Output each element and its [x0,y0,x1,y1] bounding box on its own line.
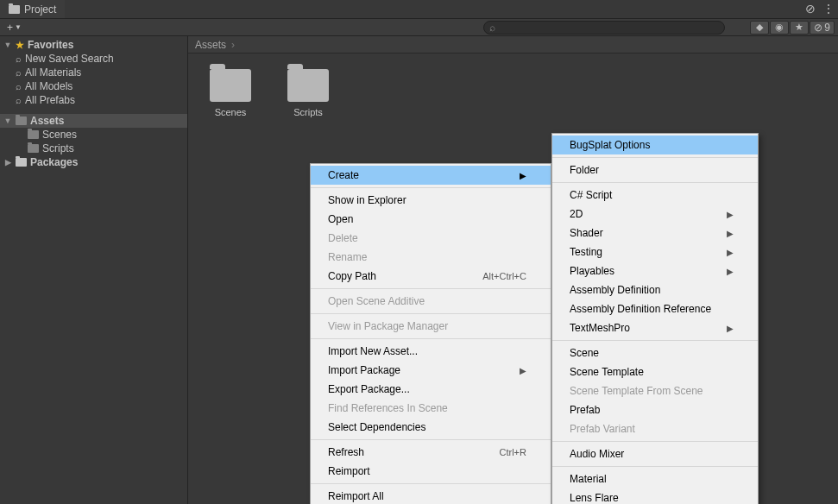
folder-icon [16,117,27,125]
menu-audio-mixer[interactable]: Audio Mixer [552,444,758,463]
menu-open[interactable]: Open [311,210,551,229]
menu-label: Scene Template From Scene [570,385,703,397]
menu-bugsplat-options[interactable]: BugSplat Options [552,135,758,154]
menu-label: Open [328,213,353,225]
menu-csharp-script[interactable]: C# Script [552,186,758,205]
menu-shortcut: Ctrl+R [500,447,526,457]
packages-header[interactable]: Packages [0,155,187,169]
search-icon: ⌕ [16,67,22,78]
favorites-header[interactable]: ★ Favorites [0,38,187,52]
menu-show-in-explorer[interactable]: Show in Explorer [311,191,551,210]
search-input[interactable] [483,21,725,35]
hidden-items-toggle[interactable]: ⊘ 9 [810,21,835,35]
folder-icon [287,69,329,102]
menu-label: BugSplat Options [570,139,650,151]
menu-testing[interactable]: Testing ▶ [552,243,758,261]
favorite-item[interactable]: ⌕ All Materials [0,66,187,79]
dropdown-icon: ▼ [15,23,22,31]
menu-find-references: Find References In Scene [311,399,551,418]
menu-2d[interactable]: 2D ▶ [552,205,758,224]
folder-icon [9,5,20,14]
menu-lens-flare[interactable]: Lens Flare [552,488,758,504]
menu-reimport[interactable]: Reimport [311,462,551,481]
menu-refresh[interactable]: Refresh Ctrl+R [311,443,551,462]
assets-header[interactable]: Assets [0,114,187,128]
sidebar: ★ Favorites ⌕ New Saved Search ⌕ All Mat… [0,36,188,504]
disclosure-icon[interactable] [3,117,12,125]
filter-by-type-button[interactable]: ◆ [750,21,769,35]
favorite-item[interactable]: ⌕ New Saved Search [0,52,187,66]
menu-delete: Delete [311,229,551,248]
packages-label: Packages [30,156,78,168]
menu-label: Open Scene Additive [328,295,425,307]
menu-shortcut: Alt+Ctrl+C [482,271,526,281]
lock-icon[interactable]: ⊘ [805,2,816,16]
breadcrumb-root[interactable]: Assets [195,39,226,51]
grid-label: Scripts [293,107,323,117]
chevron-right-icon: ▶ [727,248,734,257]
chevron-right-icon: › [231,39,235,51]
menu-label: Lens Flare [570,492,619,504]
favorite-item[interactable]: ⌕ All Prefabs [0,93,187,107]
menu-import-package[interactable]: Import Package ▶ [311,361,551,380]
menu-label: Audio Mixer [570,448,624,460]
grid-item-scenes[interactable]: Scenes [205,69,255,117]
favorite-label: All Models [25,80,72,92]
menu-scene-template[interactable]: Scene Template [552,362,758,381]
menu-copy-path[interactable]: Copy Path Alt+Ctrl+C [311,267,551,286]
project-tab[interactable]: Project [0,0,65,18]
menu-separator [311,439,551,440]
menu-shader[interactable]: Shader ▶ [552,224,758,243]
menu-label: Create [328,169,359,181]
folder-icon [16,158,27,167]
menu-icon[interactable]: ⋮ [822,2,835,16]
menu-export-package[interactable]: Export Package... [311,380,551,399]
folder-item-scenes[interactable]: Scenes [0,128,187,142]
toolbar: + ▼ ◆ ◉ ★ ⊘ 9 [0,19,838,36]
favorite-item[interactable]: ⌕ All Models [0,79,187,93]
menu-textmeshpro[interactable]: TextMeshPro ▶ [552,318,758,337]
menu-separator [552,441,758,442]
menu-assembly-definition-reference[interactable]: Assembly Definition Reference [552,299,758,318]
filter-by-label-button[interactable]: ◉ [770,21,789,35]
menu-assembly-definition[interactable]: Assembly Definition [552,280,758,299]
menu-label: Assembly Definition Reference [570,303,711,315]
disclosure-icon[interactable] [3,158,12,167]
menu-separator [552,157,758,158]
folder-label: Scenes [42,129,77,141]
menu-label: Select Dependencies [328,421,425,433]
search-icon: ⌕ [16,95,22,105]
menu-select-dependencies[interactable]: Select Dependencies [311,418,551,437]
menu-label: Testing [570,246,602,258]
menu-label: Prefab [570,404,600,416]
menu-label: Import New Asset... [328,345,418,357]
menu-label: C# Script [570,189,612,201]
menu-folder[interactable]: Folder [552,161,758,180]
menu-view-in-package-manager: View in Package Manager [311,317,551,336]
menu-prefab[interactable]: Prefab [552,400,758,419]
create-submenu: BugSplat Options Folder C# Script 2D ▶ S… [551,133,759,504]
menu-label: Import Package [328,364,400,376]
save-search-button[interactable]: ★ [790,21,809,35]
tab-title: Project [24,3,56,16]
favorite-label: New Saved Search [25,53,114,65]
plus-icon: + [7,22,13,34]
menu-reimport-all[interactable]: Reimport All [311,487,551,504]
menu-label: Find References In Scene [328,402,448,414]
menu-import-new-asset[interactable]: Import New Asset... [311,342,551,361]
add-button[interactable]: + ▼ [3,22,25,34]
menu-label: Rename [328,251,367,263]
menu-playables[interactable]: Playables ▶ [552,261,758,280]
menu-material[interactable]: Material [552,469,758,488]
disclosure-icon[interactable] [3,41,12,49]
menu-scene[interactable]: Scene [552,343,758,362]
menu-create[interactable]: Create ▶ [311,166,551,185]
grid-item-scripts[interactable]: Scripts [283,69,333,117]
toolbar-right: ◆ ◉ ★ ⊘ 9 [750,21,835,35]
eye-off-icon: ⊘ [814,22,822,34]
folder-item-scripts[interactable]: Scripts [0,142,187,155]
chevron-right-icon: ▶ [727,229,734,238]
menu-label: Reimport [328,465,370,477]
menu-separator [311,313,551,314]
chevron-right-icon: ▶ [520,171,526,180]
